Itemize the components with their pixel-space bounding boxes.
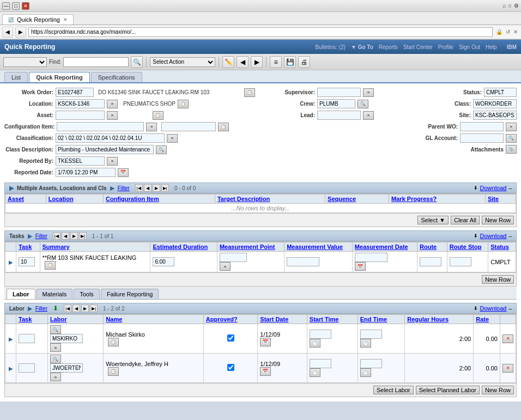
tab-close-icon[interactable]: ✕ (63, 17, 68, 22)
tasks-col-task[interactable]: Task (16, 242, 40, 252)
select-button[interactable]: Select ▼ (417, 216, 449, 224)
labor-search-btn[interactable]: 🔍 (50, 355, 61, 363)
labor-download-link[interactable]: Download (480, 305, 507, 312)
sub-tab-materials[interactable]: Materials (37, 289, 73, 299)
gl-account-lookup-button[interactable]: 🔍 (506, 134, 517, 143)
labor-col-approved[interactable]: Approved? (203, 315, 258, 324)
next-button[interactable]: ▶ (251, 56, 263, 68)
refresh-icon[interactable]: ↺ (505, 28, 511, 36)
labor-reg-hours-cell[interactable]: 2:00 (405, 354, 474, 383)
status-cell[interactable]: CMPLT (488, 252, 516, 272)
summary-detail-btn[interactable]: 📋 (45, 261, 56, 270)
ma-col-sequence[interactable]: Sequence (325, 194, 389, 204)
reported-date-input[interactable] (56, 168, 116, 177)
labor-task-cell[interactable] (16, 354, 48, 383)
ma-collapse-icon[interactable]: – (508, 185, 512, 191)
help-link[interactable]: Help (486, 44, 497, 50)
class-desc-lookup-button[interactable]: 🔍 (156, 145, 167, 154)
labor-filter-link[interactable]: Filter (35, 306, 47, 312)
lead-input[interactable] (317, 111, 361, 120)
ma-col-asset[interactable]: Asset (5, 194, 46, 204)
multiple-assets-expand-icon[interactable]: ▶ (9, 185, 14, 192)
mp-lookup-btn[interactable]: » (220, 262, 231, 271)
close-nav-icon[interactable]: ✕ (512, 28, 519, 36)
ma-prev-btn[interactable]: ◀ (144, 184, 152, 192)
print-button[interactable]: 🖨 (298, 56, 310, 68)
labor-labor-cell[interactable]: 🔍 » (47, 354, 103, 383)
ma-last-btn[interactable]: ▶| (161, 184, 169, 192)
status-input[interactable] (484, 88, 517, 97)
tasks-col-route[interactable]: Route (417, 242, 447, 252)
tasks-col-summary[interactable]: Summary (40, 242, 150, 252)
tasks-col-status[interactable]: Status (488, 242, 516, 252)
tasks-filter-link[interactable]: Filter (35, 233, 47, 239)
end-time-btn[interactable]: 🕐 (360, 368, 371, 377)
tasks-prev-btn[interactable]: ◀ (62, 232, 69, 240)
asset-detail-button[interactable]: 📋 (153, 111, 163, 120)
measurement-value-cell[interactable] (284, 252, 353, 272)
tasks-col-measurement-point[interactable]: Measurement Point (217, 242, 284, 252)
back-button[interactable]: ◀ (2, 27, 13, 38)
module-select[interactable] (3, 57, 47, 67)
url-input[interactable] (28, 27, 493, 37)
find-input[interactable] (63, 57, 129, 67)
reported-by-input[interactable] (56, 156, 105, 166)
tab-quick-reporting[interactable]: Quick Reporting (29, 72, 90, 82)
crew-lookup-button[interactable]: 🔍 (358, 100, 368, 108)
asset-input[interactable] (56, 111, 105, 120)
start-center-link[interactable]: Start Center (403, 44, 433, 50)
ma-next-btn[interactable]: ▶ (153, 184, 160, 192)
labor-delete-cell[interactable]: ✕ (500, 354, 516, 383)
tasks-col-measurement-date[interactable]: Measurement Date (352, 242, 417, 252)
start-date-calendar-btn[interactable]: 📅 (260, 367, 271, 376)
tasks-download-link[interactable]: Download (480, 233, 507, 239)
tasks-collapse-icon[interactable]: – (508, 233, 512, 239)
start-time-btn[interactable]: 🕐 (310, 368, 320, 377)
labor-col-start-time[interactable]: Start Time (307, 315, 358, 324)
tasks-col-measurement-value[interactable]: Measurement Value (284, 242, 353, 252)
tasks-last-btn[interactable]: ▶| (79, 232, 87, 240)
clear-all-button[interactable]: Clear All (451, 216, 480, 224)
select-labor-button[interactable]: Select Labor (373, 386, 414, 394)
ma-download-link[interactable]: Download (480, 185, 507, 191)
prev-button[interactable]: ◀ (237, 56, 249, 68)
labor-start-time-cell[interactable]: 🕐 (307, 354, 358, 383)
config-lookup-button[interactable]: » (146, 123, 157, 131)
tasks-new-row-button[interactable]: New Row (482, 275, 514, 284)
approved-checkbox[interactable] (227, 364, 234, 371)
bulletins-link[interactable]: Bulletins: (2) (315, 44, 346, 50)
labor-labor-cell[interactable]: 🔍 » (47, 324, 103, 354)
labor-name-detail-btn[interactable]: 📋 (108, 367, 119, 376)
config-item-desc[interactable] (161, 122, 216, 131)
ma-new-row-button[interactable]: New Row (482, 216, 514, 224)
reported-by-lookup-button[interactable]: » (107, 157, 118, 166)
ma-first-btn[interactable]: |◀ (135, 184, 143, 192)
ma-col-config-item[interactable]: Configuration Item (104, 194, 215, 204)
labor-add-icon[interactable]: ⬇ (53, 305, 58, 312)
labor-task-cell[interactable] (16, 324, 48, 354)
labor-rate-cell[interactable]: 0.00 (474, 324, 500, 354)
select-planned-labor-button[interactable]: Select Planned Labor (416, 386, 480, 394)
tasks-first-btn[interactable]: |◀ (53, 232, 60, 240)
search-button[interactable]: 🔍 (131, 56, 143, 68)
md-calendar-btn[interactable]: 📅 (355, 262, 366, 271)
labor-col-end-time[interactable]: End Time (358, 315, 405, 324)
labor-first-btn[interactable]: |◀ (64, 305, 71, 312)
browser-tab[interactable]: 🔄 Quick Reporting ✕ (2, 14, 74, 25)
labor-row-expand[interactable]: ▶ (5, 354, 16, 383)
config-detail-button[interactable]: 📋 (218, 123, 229, 131)
labor-prev-btn[interactable]: ◀ (72, 305, 80, 312)
ma-col-location[interactable]: Location (46, 194, 103, 204)
tab-list[interactable]: List (4, 72, 28, 82)
labor-delete-btn[interactable]: ✕ (502, 334, 513, 343)
tasks-col-route-stop[interactable]: Route Stop (447, 242, 488, 252)
location-lookup-button[interactable]: » (107, 100, 118, 108)
route-stop-cell[interactable] (447, 252, 488, 272)
labor-name-cell[interactable]: Woertendyke, Jeffrey H 📋 (104, 354, 203, 383)
row-expand-btn[interactable]: ▶ (5, 252, 16, 272)
location-detail-button[interactable]: 📋 (178, 100, 189, 108)
config-item-input[interactable] (57, 122, 144, 131)
start-date-calendar-btn[interactable]: 📅 (260, 338, 271, 346)
approved-checkbox[interactable] (227, 334, 234, 342)
classification-input[interactable] (56, 133, 165, 143)
